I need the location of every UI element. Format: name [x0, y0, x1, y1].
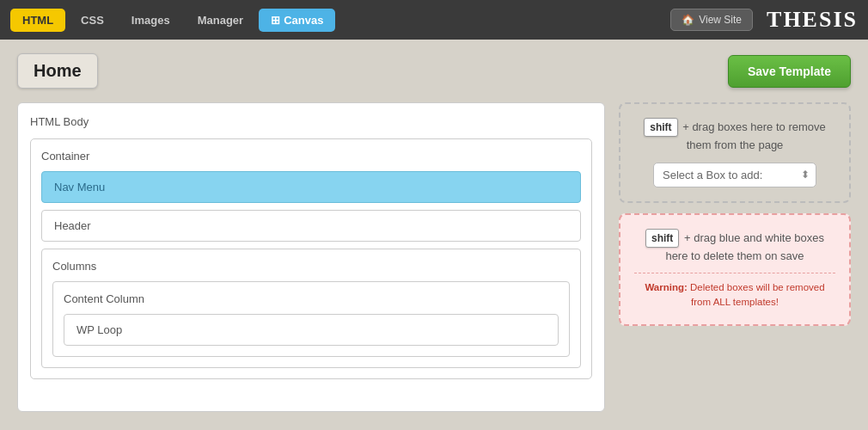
- remove-hint-text: + drag boxes here to remove them from th…: [682, 120, 826, 151]
- tab-canvas[interactable]: ⊞Canvas: [259, 9, 335, 32]
- delete-hint-box: shift + drag blue and white boxes here t…: [619, 213, 851, 326]
- html-body-label: HTML Body: [30, 115, 592, 128]
- shift-key-remove: shift: [644, 118, 677, 137]
- warning-text: Warning: Deleted boxes will be removed f…: [634, 273, 835, 310]
- canvas-icon: ⊞: [271, 14, 280, 27]
- tab-css[interactable]: CSS: [69, 9, 116, 32]
- nav-tabs: HTML CSS Images Manager ⊞Canvas: [10, 9, 335, 32]
- tab-html[interactable]: HTML: [10, 9, 65, 32]
- container-box[interactable]: Container Nav Menu Header Columns Conten…: [30, 138, 592, 379]
- select-box-row: Select a Box to add:: [634, 163, 835, 187]
- tab-images[interactable]: Images: [119, 9, 182, 32]
- content-column-box[interactable]: Content Column WP Loop: [52, 281, 570, 357]
- remove-hint-box: shift + drag boxes here to remove them f…: [619, 102, 851, 203]
- home-breadcrumb: Home: [17, 53, 98, 89]
- right-panel: shift + drag boxes here to remove them f…: [619, 102, 851, 412]
- content-column-label: Content Column: [64, 292, 559, 305]
- shift-key-delete: shift: [645, 229, 679, 248]
- main-content: HTML Body Container Nav Menu Header Colu…: [0, 102, 868, 412]
- home-icon: 🏠: [682, 14, 694, 26]
- delete-hint-text: + drag blue and white boxes here to dele…: [665, 231, 824, 262]
- columns-label: Columns: [52, 260, 570, 273]
- tab-manager[interactable]: Manager: [186, 9, 255, 32]
- container-label: Container: [41, 150, 581, 163]
- top-navigation: HTML CSS Images Manager ⊞Canvas 🏠 View S…: [0, 0, 868, 40]
- header-box[interactable]: Header: [41, 210, 581, 242]
- thesis-logo: THESIS: [767, 7, 858, 33]
- columns-box[interactable]: Columns Content Column WP Loop: [41, 249, 581, 368]
- page-header: Home Save Template: [0, 40, 868, 102]
- select-box-dropdown[interactable]: Select a Box to add:: [653, 163, 816, 187]
- save-template-button[interactable]: Save Template: [728, 55, 851, 88]
- nav-menu-box[interactable]: Nav Menu: [41, 171, 581, 203]
- nav-right-section: 🏠 View Site THESIS: [670, 7, 858, 33]
- warning-bold: Warning:: [645, 282, 687, 292]
- select-box-wrapper[interactable]: Select a Box to add:: [653, 163, 816, 187]
- wp-loop-box[interactable]: WP Loop: [64, 314, 559, 346]
- canvas-left-panel: HTML Body Container Nav Menu Header Colu…: [17, 102, 605, 412]
- view-site-button[interactable]: 🏠 View Site: [670, 9, 753, 31]
- warning-message: Deleted boxes will be removed from ALL t…: [690, 282, 825, 307]
